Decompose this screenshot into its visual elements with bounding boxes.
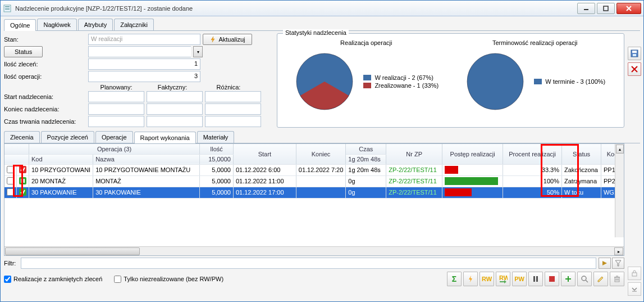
tylko-niezrealizowane-checkbox[interactable]: Tylko niezrealizowane (bez RW/PW) [114,276,223,283]
tab-zalaczniki[interactable]: Załączniki [114,19,154,30]
chart1-title: Realizacja operacji [340,39,392,46]
table-row[interactable]: 30 PAKOWANIE30 PAKOWANIE5,000001.12.2022… [4,187,624,198]
sub-tabs: Zlecenia Pozycje zleceń Operacje Raport … [4,131,640,143]
sum-icon[interactable]: Σ [447,272,462,286]
minimize-button[interactable] [577,3,595,14]
legend-item: Zrealizowane - 1 (33%) [363,82,439,89]
col-group-ilosc[interactable]: Ilość [200,144,234,154]
tab-naglowek[interactable]: Nagłówek [37,19,76,30]
edit-icon[interactable] [593,272,608,286]
trash-icon[interactable] [610,272,624,286]
subtab-operacje[interactable]: Operacje [95,131,133,143]
rw-arrow-icon[interactable]: RW [496,272,510,286]
aktualizuj-button[interactable]: Aktualizuj [203,34,252,45]
koniec-fakt-input[interactable] [147,103,203,115]
pause-icon[interactable] [528,272,543,286]
ilosc-zlecen-value: 1 [88,58,200,70]
lightning-icon [209,36,216,43]
col-nazwa[interactable]: Nazwa [93,154,200,164]
table-row[interactable]: 20 MONTAŻMONTAŻ5,000001.12.2022 11:000gZ… [4,175,624,187]
svg-rect-4 [604,6,608,11]
legend-item: W realizacji - 2 (67%) [363,74,439,81]
col-nrzp[interactable]: Nr ZP [386,144,442,164]
add-icon[interactable] [561,272,576,286]
svg-line-30 [586,280,588,282]
ilosc-sum: 15,0000 [200,154,234,164]
filter-label: Filtr: [4,260,21,267]
pie-chart-terminowosc [464,51,526,112]
koniec-plan-input[interactable] [88,103,144,115]
vertical-scrollbar[interactable]: ▴ [615,144,624,237]
stop-icon[interactable] [545,272,559,286]
roznica-header: Różnica: [200,84,257,91]
svg-rect-12 [632,273,637,276]
planowany-header: Planowany: [88,84,144,91]
svg-rect-24 [533,276,535,282]
app-icon [3,4,12,13]
koniec-rozn-input[interactable] [205,103,261,115]
svg-rect-8 [632,51,637,53]
svg-rect-1 [5,6,10,7]
rw-yellow-icon[interactable]: RW [479,272,494,286]
chart2-title: Terminowość realizacji operacji [492,39,578,46]
lock-icon[interactable] [628,267,641,280]
ilosc-operacji-value: 3 [88,71,200,82]
svg-rect-25 [536,276,538,282]
col-kod[interactable]: Kod [29,154,93,164]
col-group-operacja[interactable]: Operacja (3) [29,144,200,154]
start-fakt-input[interactable] [147,91,203,102]
svg-point-29 [582,276,586,281]
stan-value: W realizacji [88,34,200,45]
svg-text:RW: RW [499,274,508,281]
svg-rect-21 [24,179,25,183]
svg-rect-26 [549,276,555,282]
highlight-status-icons [13,165,23,197]
czas-sum: 1g 20m 48s [346,154,386,164]
start-rozn-input[interactable] [205,91,261,102]
maximize-button[interactable] [597,3,615,14]
stats-box-title: Statystyki nadzlecenia [283,29,349,36]
chevron-down-icon[interactable]: ▾ [193,46,203,57]
highlight-status-column [541,144,579,197]
window-title: Nadzlecenie produkcyjne [NZP-1/22/TEST/1… [15,5,577,12]
tab-ogolne[interactable]: Ogólne [4,19,36,31]
tab-atrybuty[interactable]: Atrybuty [78,19,113,30]
col-czas[interactable]: Czas [346,144,386,154]
table-row[interactable]: 10 PRZYGOTOWANI10 PRZYGOTOWANIE MONTAŻU5… [4,164,624,175]
col-postep[interactable]: Postęp realizacji [442,144,503,164]
czas-label: Czas trwania nadzlecenia: [4,118,88,125]
status-dropdown-value[interactable] [88,46,191,57]
lightning-icon[interactable] [463,272,478,286]
start-plan-input[interactable] [88,91,144,102]
koniec-label: Koniec nadzlecenia: [4,106,88,112]
col-koniec[interactable]: Koniec [296,144,346,164]
status-button[interactable]: Status [4,46,43,57]
subtab-raport[interactable]: Raport wykonania [134,132,196,143]
close-button[interactable] [616,3,641,14]
czas-plan-input[interactable] [88,116,144,127]
subtab-zlecenia[interactable]: Zlecenia [4,131,40,143]
filter-run-icon[interactable] [599,258,611,269]
czas-rozn-input[interactable] [205,116,261,127]
svg-point-16 [467,53,523,110]
faktyczny-header: Faktyczny: [144,84,200,91]
filter-input[interactable] [21,258,596,269]
col-start[interactable]: Start [233,144,296,164]
svg-rect-2 [5,8,10,10]
svg-rect-9 [633,54,636,56]
save-icon[interactable] [628,47,641,60]
realizacje-zamkniete-checkbox[interactable]: Realizacje z zamkniętych zleceń [4,276,102,283]
stan-label: Stan: [4,36,88,43]
zoom-icon[interactable] [577,272,592,286]
ilosc-zlecen-label: Ilość zleceń: [4,61,88,67]
subtab-pozycje[interactable]: Pozycje zleceń [41,131,94,143]
ilosc-operacji-label: Ilość operacji: [4,73,88,80]
start-label: Start nadzlecenia: [4,93,88,100]
czas-fakt-input[interactable] [147,116,203,127]
horizontal-scrollbar[interactable]: ▸ [4,246,624,255]
subtab-materialy[interactable]: Materiały [197,131,235,143]
pw-icon[interactable]: PW [512,272,527,286]
filter-build-icon[interactable] [612,258,624,269]
close-icon[interactable] [628,62,641,76]
collapse-icon[interactable] [628,282,641,296]
